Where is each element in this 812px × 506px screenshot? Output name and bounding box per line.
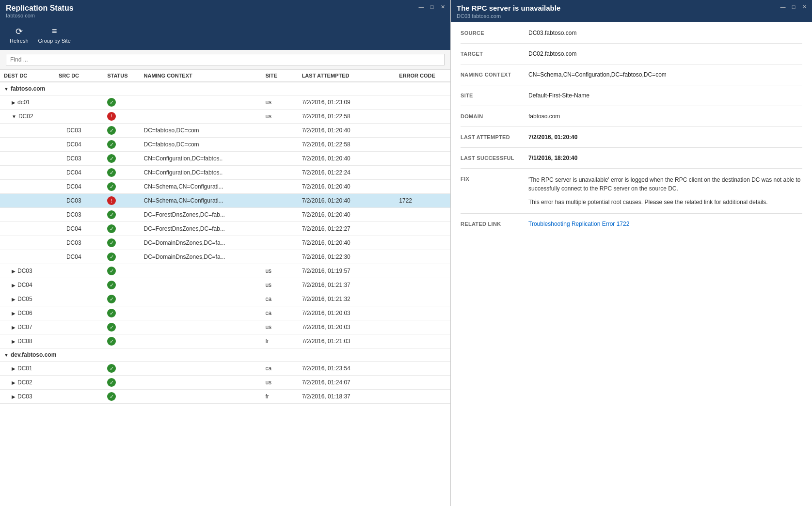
cell-site [261,166,298,180]
cell-last-attempted: 7/2/2016, 01:20:40 [298,236,396,250]
cell-dest: ▶DC03 [0,390,55,404]
cell-site [261,236,298,250]
domain-value: fabtoso.com [528,113,802,120]
right-close-icon[interactable]: ✕ [800,4,808,10]
group-header-row[interactable]: ▼fabtoso.com [0,82,450,95]
col-status: STATUS [103,70,140,82]
domain-label: DOMAIN [461,113,528,119]
cell-src [55,110,103,124]
table-row[interactable]: ▶DC03 ✓ us 7/2/2016, 01:19:57 [0,264,450,278]
cell-dest: ▶DC04 [0,278,55,292]
col-site: SITE [261,70,298,82]
cell-naming-context [140,95,262,110]
expand-row-icon[interactable]: ▶ [12,311,16,316]
cell-site: us [261,264,298,278]
divider-1 [461,43,802,44]
groupby-button[interactable]: ≡ Group by Site [34,24,75,46]
cell-status: ! [103,194,140,208]
close-icon[interactable]: ✕ [439,4,446,10]
cell-dest [0,180,55,194]
cell-site: fr [261,334,298,348]
cell-naming-context [140,264,262,278]
cell-dest [0,236,55,250]
related-link[interactable]: Troubleshooting Replication Error 1722 [528,221,629,227]
table-row[interactable]: ▶DC03 ✓ fr 7/2/2016, 01:18:37 [0,390,450,404]
expand-row-icon[interactable]: ▶ [12,283,16,288]
detail-content: SOURCE DC03.fabtoso.com TARGET DC02.fabt… [451,22,812,506]
fix-row: FIX 'The RPC server is unavailable' erro… [461,175,802,206]
status-ok-icon: ✓ [107,154,116,163]
table-row[interactable]: DC04 ✓ DC=DomainDnsZones,DC=fa... 7/2/20… [0,250,450,264]
table-row[interactable]: DC03 ✓ DC=ForestDnsZones,DC=fab... 7/2/2… [0,208,450,222]
expand-row-icon[interactable]: ▶ [12,366,16,371]
restore-icon[interactable]: □ [428,4,436,10]
table-row[interactable]: ▶DC07 ✓ us 7/2/2016, 01:20:03 [0,320,450,334]
minimize-icon[interactable]: — [417,4,425,10]
cell-status: ✓ [103,264,140,278]
right-minimize-icon[interactable]: — [779,4,787,10]
status-ok-icon: ✓ [107,238,116,247]
target-value: DC02.fabtoso.com [528,50,802,57]
group-header-row[interactable]: ▼dev.fabtoso.com [0,348,450,362]
table-row[interactable]: ▶DC05 ✓ ca 7/2/2016, 01:21:32 [0,292,450,306]
cell-error-code [395,390,450,404]
table-row[interactable]: DC03 ✓ DC=fabtoso,DC=com 7/2/2016, 01:20… [0,124,450,138]
cell-last-attempted: 7/2/2016, 01:23:09 [298,95,396,110]
table-row[interactable]: ▶DC08 ✓ fr 7/2/2016, 01:21:03 [0,334,450,348]
cell-error-code [395,292,450,306]
right-title-bar: — □ ✕ The RPC server is unavailable DC03… [451,0,812,22]
table-row[interactable]: DC03 ✓ CN=Configuration,DC=fabtos.. 7/2/… [0,152,450,166]
cell-last-attempted: 7/2/2016, 01:21:32 [298,292,396,306]
cell-status: ✓ [103,376,140,390]
table-row[interactable]: ▶DC06 ✓ ca 7/2/2016, 01:20:03 [0,306,450,320]
table-row[interactable]: DC04 ✓ DC=fabtoso,DC=com 7/2/2016, 01:22… [0,138,450,152]
cell-site: us [261,320,298,334]
table-row[interactable]: DC04 ✓ CN=Configuration,DC=fabtos.. 7/2/… [0,166,450,180]
expand-row-icon[interactable]: ▼ [12,114,16,119]
last-successful-row: LAST SUCCESSFUL 7/1/2016, 18:20:40 [461,155,802,161]
table-row[interactable]: ▶DC01 ✓ ca 7/2/2016, 01:23:54 [0,362,450,376]
search-input[interactable] [6,54,445,65]
expand-row-icon[interactable]: ▶ [12,394,16,399]
table-row[interactable]: ▶DC04 ✓ us 7/2/2016, 01:21:37 [0,278,450,292]
table-row[interactable]: ▶dc01 ✓ us 7/2/2016, 01:23:09 [0,95,450,110]
cell-last-attempted: 7/2/2016, 01:22:27 [298,222,396,236]
source-row: SOURCE DC03.fabtoso.com [461,30,802,36]
status-ok-icon: ✓ [107,392,116,401]
cell-status: ✓ [103,306,140,320]
cell-dest: ▶DC02 [0,376,55,390]
table-row[interactable]: DC03 ✓ DC=DomainDnsZones,DC=fa... 7/2/20… [0,236,450,250]
expand-group-icon[interactable]: ▼ [4,352,9,358]
cell-dest: ▶DC05 [0,292,55,306]
expand-row-icon[interactable]: ▶ [12,325,16,330]
cell-naming-context: CN=Configuration,DC=fabtos.. [140,166,262,180]
table-row[interactable]: DC03 ! CN=Schema,CN=Configurati... 7/2/2… [0,194,450,208]
expand-row-icon[interactable]: ▶ [12,100,16,105]
table-row[interactable]: ▼DC02 ! us 7/2/2016, 01:22:58 [0,110,450,124]
related-link-label: RELATED LINK [461,221,528,227]
cell-last-attempted: 7/2/2016, 01:21:37 [298,278,396,292]
cell-dest: ▼DC02 [0,110,55,124]
refresh-button[interactable]: ⟳ Refresh [6,24,32,46]
expand-row-icon[interactable]: ▶ [12,339,16,344]
status-ok-icon: ✓ [107,224,116,233]
col-naming-context: NAMING CONTEXT [140,70,262,82]
table-row[interactable]: DC04 ✓ DC=ForestDnsZones,DC=fab... 7/2/2… [0,222,450,236]
table-row[interactable]: DC04 ✓ CN=Schema,CN=Configurati... 7/2/2… [0,180,450,194]
right-restore-icon[interactable]: □ [790,4,797,10]
cell-last-attempted: 7/2/2016, 01:24:07 [298,376,396,390]
table-row[interactable]: ▶DC02 ✓ us 7/2/2016, 01:24:07 [0,376,450,390]
cell-site: us [261,376,298,390]
cell-naming-context: CN=Schema,CN=Configurati... [140,180,262,194]
expand-row-icon[interactable]: ▶ [12,297,16,302]
expand-row-icon[interactable]: ▶ [12,269,16,274]
cell-naming-context [140,362,262,376]
divider-8 [461,213,802,214]
site-row: SITE Default-First-Site-Name [461,92,802,99]
cell-site: us [261,278,298,292]
cell-last-attempted: 7/2/2016, 01:19:57 [298,264,396,278]
cell-src: DC04 [55,180,103,194]
expand-group-icon[interactable]: ▼ [4,86,9,92]
expand-row-icon[interactable]: ▶ [12,380,16,385]
cell-src [55,376,103,390]
